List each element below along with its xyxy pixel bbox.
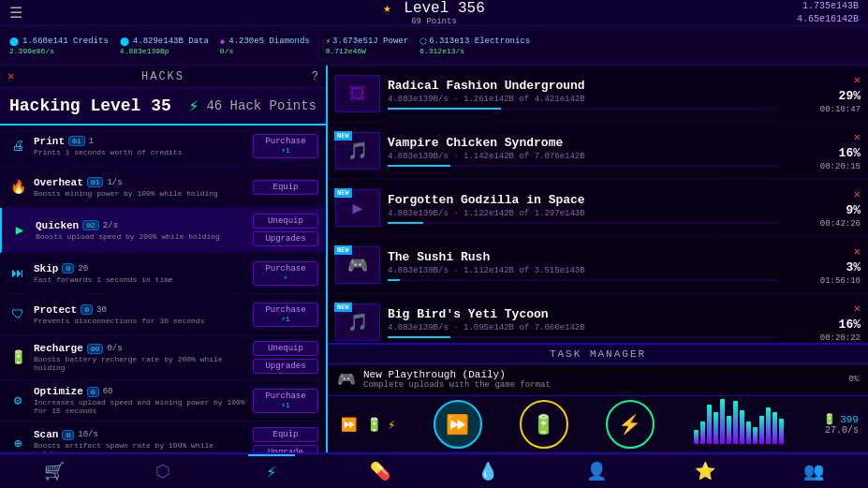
media-item-1[interactable]: NEW 🎵 Vampire Chicken Syndrome 4.883e139… — [328, 123, 868, 180]
recharge-unequip-btn[interactable]: Unequip — [253, 341, 318, 356]
media-item-3[interactable]: NEW 🎮 The Sushi Rush 4.883e139B/s · 1.11… — [328, 237, 868, 294]
media-item-2[interactable]: NEW ▶ Forgotten Godzilla in Space 4.883e… — [328, 180, 868, 237]
skip-count: 20 — [78, 264, 88, 274]
quicken-unequip-btn[interactable]: Unequip — [253, 214, 318, 229]
level-title: ★ Level 356 — [383, 0, 484, 17]
nav-upgrades[interactable]: ⬡ — [140, 454, 186, 488]
media-progress-fill-3 — [388, 279, 400, 281]
hack-item-quicken[interactable]: ▶ Quicken ⚙2 2/s Boosts upload speed by … — [0, 208, 326, 253]
print-purchase-btn[interactable]: Purchase⚡1 — [253, 134, 318, 158]
skip-purchase-btn[interactable]: Purchase⚡ — [253, 261, 318, 286]
top-bar-stats: 1.735e143B 4.65e16142B — [797, 0, 859, 26]
nav-shop[interactable]: 🛒 — [31, 454, 78, 488]
quicken-count: 2/s — [103, 221, 118, 230]
hack-item-skip[interactable]: ⏭ Skip ⚙ 20 Fast forwards 1 seconds in t… — [0, 253, 326, 294]
media-progress-bar-2 — [388, 222, 778, 224]
lightning-btn[interactable]: ⚡ — [606, 400, 655, 449]
media-title-2: Forgotten Godzilla in Space — [388, 193, 778, 207]
recharge-count: 0/s — [107, 344, 122, 353]
media-thumb-1: NEW 🎵 — [335, 132, 380, 170]
protect-icon-inner: ⚡1 — [281, 315, 290, 323]
scan-equip-btn[interactable]: Equip — [253, 427, 318, 442]
viz-bar-10 — [759, 416, 764, 444]
hack-name-quicken: Quicken — [36, 220, 79, 231]
media-close-4[interactable]: ✕ — [854, 302, 861, 316]
print-icon: 🖨 — [7, 136, 28, 156]
upload-info: 🔋 399 27.0/s — [823, 413, 859, 436]
hack-name-print: Print — [34, 136, 65, 147]
diamonds-icon: ◆ — [220, 37, 225, 47]
hack-points: 46 Hack Points — [206, 98, 316, 113]
hack-item-overheat[interactable]: 🔥 Overheat ⚙1 1/s Boosts mining power by… — [0, 167, 326, 208]
media-stats-3: 4.883e139B/s · 1.112e142B of 3.515e143B — [388, 266, 778, 275]
hack-name-skip: Skip — [34, 263, 58, 274]
optimize-purchase-btn[interactable]: Purchase⚡1 — [253, 389, 318, 413]
nav-resources[interactable]: 💧 — [464, 454, 511, 488]
stat-data: ⬤ 4.829e143B Data 4.883e139Bp — [116, 36, 213, 56]
hacks-close-icon[interactable]: ✕ — [7, 69, 14, 83]
viz-bar-1 — [700, 421, 705, 444]
right-panel: 🖼 Radical Fashion Underground 4.883e139B… — [328, 66, 868, 452]
data-icon: ⬤ — [120, 37, 129, 47]
hacks-help-icon[interactable]: ? — [312, 70, 318, 83]
quicken-upgrades-btn[interactable]: Upgrades — [253, 231, 318, 246]
media-close-1[interactable]: ✕ — [854, 130, 861, 144]
media-item-4[interactable]: NEW 🎵 Big Bird's Yeti Tycoon 4.883e139B/… — [328, 294, 868, 343]
media-progress-fill-1 — [388, 165, 450, 167]
media-thumb-0: 🖼 — [335, 75, 380, 112]
media-time-4: 00:20:22 — [820, 333, 861, 343]
recharge-desc: Boosts battery recharge rate by 200% whi… — [34, 355, 247, 372]
play-btn[interactable]: ⏩ — [434, 400, 482, 449]
battery-btn[interactable]: 🔋 — [520, 400, 568, 449]
hacks-title: HACKS — [18, 70, 308, 83]
task-item[interactable]: 🎮 New Playthrough (Daily) Complete uploa… — [328, 364, 868, 395]
print-desc: Prints 1 seconds worth of credits — [34, 148, 247, 156]
stat-power: ⚡ 3.673e51J Power 8.712e46W — [322, 36, 412, 56]
hack-name-protect: Protect — [34, 304, 77, 316]
scan-upgrade-btn[interactable]: Ungrade — [253, 445, 318, 452]
hack-item-scan[interactable]: ⊕ Scan ⚙ 10/s Boosts artifact spawn rate… — [0, 421, 326, 452]
optimize-badge: ⚙ — [87, 387, 99, 397]
level-label: Level 356 — [404, 0, 484, 17]
nav-items[interactable]: 💊 — [357, 454, 404, 488]
nav-profile[interactable]: 👤 — [573, 454, 620, 488]
overheat-equip-btn[interactable]: Equip — [253, 180, 318, 195]
viz-bar-12 — [772, 412, 777, 444]
protect-purchase-btn[interactable]: Purchase⚡1 — [253, 303, 318, 327]
nav-social[interactable]: 👥 — [790, 454, 837, 488]
media-title-0: Radical Fashion Underground — [388, 79, 778, 93]
media-item-0[interactable]: 🖼 Radical Fashion Underground 4.883e139B… — [328, 66, 868, 123]
hack-item-print[interactable]: 🖨 Print ⚙1 1 Prints 1 seconds worth of c… — [0, 126, 326, 167]
visualizer — [692, 404, 786, 446]
media-close-2[interactable]: ✕ — [854, 187, 861, 201]
quicken-icon: ▶ — [9, 220, 30, 241]
recharge-upgrades-btn[interactable]: Upgrades — [253, 359, 318, 374]
task-icon: 🎮 — [337, 370, 356, 389]
media-close-3[interactable]: ✕ — [854, 244, 861, 259]
skip-forward-btn[interactable]: ⏩ — [337, 415, 360, 434]
hack-item-recharge[interactable]: 🔋 Recharge ⚙0 0/s Boosts battery recharg… — [0, 335, 326, 380]
stats-bar: ⬤ 1.660e141 Credits 2.399e86/s ⬤ 4.829e1… — [0, 26, 868, 66]
menu-icon[interactable]: ☰ — [9, 4, 22, 22]
credits-icon: ⬤ — [9, 37, 19, 47]
quicken-desc: Boosts upload speed by 200% while holdin… — [36, 232, 247, 241]
protect-desc: Prevents disconnections for 30 seconds — [34, 317, 247, 325]
print-badge: ⚙1 — [68, 136, 85, 146]
overheat-desc: Boosts mining power by 100% while holdin… — [34, 189, 247, 198]
hack-item-protect[interactable]: 🛡 Protect ⚙ 30 Prevents disconnections f… — [0, 294, 326, 335]
hack-item-optimize[interactable]: ⚙ Optimize ⚙ 60 Increases upload speed a… — [0, 380, 326, 421]
media-list: 🖼 Radical Fashion Underground 4.883e139B… — [328, 66, 868, 343]
media-thumb-2: NEW ▶ — [335, 189, 380, 227]
power-icon: ⚡ — [326, 37, 331, 47]
stat-diamonds: ◆ 4.230e5 Diamonds 0/s — [216, 36, 314, 56]
nav-hacks[interactable]: ⚡ — [248, 454, 295, 488]
scan-desc: Boosts artifact spawn rate by 100% while… — [34, 441, 247, 452]
media-progress-fill-0 — [388, 108, 501, 110]
skip-badge: ⚙ — [62, 263, 74, 274]
media-time-1: 00:20:15 — [820, 162, 861, 171]
nav-achievements[interactable]: ⭐ — [682, 454, 728, 488]
hacks-header: ✕ HACKS ? — [0, 66, 326, 88]
media-close-0[interactable]: ✕ — [854, 73, 861, 87]
new-badge-2: NEW — [334, 188, 352, 198]
stat-credits: ⬤ 1.660e141 Credits 2.399e86/s — [6, 36, 112, 56]
